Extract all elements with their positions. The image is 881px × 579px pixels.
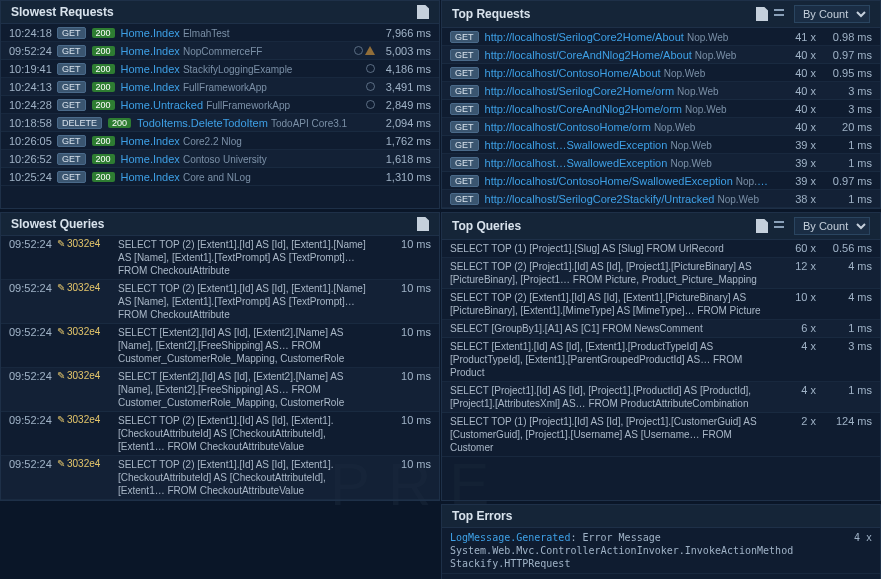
- request-row[interactable]: GEThttp://localhost/ContosoHome/orm Nop.…: [442, 118, 880, 136]
- time-cell: 10:24:18: [9, 27, 51, 39]
- duration-cell: 2,094 ms: [381, 117, 431, 129]
- sql-text: SELECT [GroupBy1].[A1] AS [C1] FROM News…: [450, 322, 776, 335]
- panel-top-errors: Top Errors 4 xLogMessage.Generated: Erro…: [441, 504, 881, 579]
- request-row[interactable]: 10:26:52GET200Home.Index Contoso Univers…: [1, 150, 439, 168]
- commit-hash[interactable]: 3032e4: [57, 238, 112, 249]
- request-row[interactable]: 10:19:41GET200Home.Index StackifyLogging…: [1, 60, 439, 78]
- request-link[interactable]: Home.Index FullFrameworkApp: [121, 81, 360, 93]
- document-icon[interactable]: [756, 219, 768, 233]
- sort-icon[interactable]: [774, 221, 788, 231]
- commit-hash[interactable]: 3032e4: [57, 282, 112, 293]
- query-row[interactable]: SELECT [GroupBy1].[A1] AS [C1] FROM News…: [442, 320, 880, 338]
- http-method-badge: GET: [450, 121, 479, 133]
- request-row[interactable]: GEThttp://localhost/SerilogCore2Home/Abo…: [442, 28, 880, 46]
- count-cell: 4 x: [782, 340, 816, 352]
- query-row[interactable]: 09:52:243032e4SELECT TOP (2) [Extent1].[…: [1, 456, 439, 500]
- time-cell: 10:26:52: [9, 153, 51, 165]
- document-icon[interactable]: [417, 5, 429, 19]
- request-link[interactable]: http://localhost…SwallowedException Nop.…: [485, 157, 776, 169]
- request-row[interactable]: 10:25:24GET200Home.Index Core and NLog1,…: [1, 168, 439, 186]
- error-row[interactable]: 4 xLogMessage.Generated: Error MessageSy…: [442, 528, 880, 574]
- request-link[interactable]: http://localhost/SerilogCore2Home/About …: [485, 31, 776, 43]
- time-cell: 10:18:58: [9, 117, 51, 129]
- request-link[interactable]: http://localhost/SerilogCore2Home/orm No…: [485, 85, 776, 97]
- duration-cell: 124 ms: [822, 415, 872, 427]
- status-badge: 200: [92, 82, 115, 92]
- request-row[interactable]: GEThttp://localhost/CoreAndNlog2Home/orm…: [442, 100, 880, 118]
- sort-select[interactable]: By Count: [794, 5, 870, 23]
- request-row[interactable]: GEThttp://localhost/ContosoHome/About No…: [442, 64, 880, 82]
- commit-hash[interactable]: 3032e4: [57, 326, 112, 337]
- http-method-badge: GET: [450, 85, 479, 97]
- request-row[interactable]: GEThttp://localhost/SerilogCore2Home/orm…: [442, 82, 880, 100]
- request-link[interactable]: Home.Index Core2.2 Nlog: [121, 135, 369, 147]
- request-row[interactable]: GEThttp://localhost…SwallowedException N…: [442, 154, 880, 172]
- request-row[interactable]: 10:26:05GET200Home.Index Core2.2 Nlog1,7…: [1, 132, 439, 150]
- query-row[interactable]: SELECT TOP (2) [Extent1].[Id] AS [Id], […: [442, 289, 880, 320]
- request-link[interactable]: Home.Index ElmahTest: [121, 27, 369, 39]
- request-link[interactable]: http://localhost/SerilogCore2Stackify/Un…: [485, 193, 776, 205]
- request-link[interactable]: http://localhost…SwallowedException Nop.…: [485, 139, 776, 151]
- commit-hash[interactable]: 3032e4: [57, 458, 112, 469]
- duration-cell: 4,186 ms: [381, 63, 431, 75]
- row-icons: [354, 46, 375, 55]
- query-row[interactable]: SELECT TOP (2) [Project1].[Id] AS [Id], …: [442, 258, 880, 289]
- query-row[interactable]: SELECT [Extent1].[Id] AS [Id], [Extent1]…: [442, 338, 880, 382]
- time-cell: 09:52:24: [9, 238, 51, 250]
- http-method-badge: GET: [57, 27, 86, 39]
- sql-text: SELECT TOP (2) [Project1].[Id] AS [Id], …: [450, 260, 776, 286]
- request-row[interactable]: GEThttp://localhost/ContosoHome/Swallowe…: [442, 172, 880, 190]
- duration-cell: 20 ms: [822, 121, 872, 133]
- query-row[interactable]: 09:52:243032e4SELECT TOP (2) [Extent1].[…: [1, 236, 439, 280]
- duration-cell: 10 ms: [381, 326, 431, 338]
- request-link[interactable]: Home.Untracked FullFrameworkApp: [121, 99, 360, 111]
- document-icon[interactable]: [417, 217, 429, 231]
- time-cell: 09:52:24: [9, 45, 51, 57]
- request-row[interactable]: 10:24:28GET200Home.Untracked FullFramewo…: [1, 96, 439, 114]
- duration-cell: 0.97 ms: [822, 175, 872, 187]
- request-link[interactable]: http://localhost/CoreAndNlog2Home/orm No…: [485, 103, 776, 115]
- duration-cell: 1 ms: [822, 193, 872, 205]
- query-row[interactable]: SELECT TOP (1) [Project1].[Id] AS [Id], …: [442, 413, 880, 457]
- http-method-badge: GET: [450, 103, 479, 115]
- request-link[interactable]: http://localhost/ContosoHome/orm Nop.Web: [485, 121, 776, 133]
- sql-text: SELECT TOP (1) [Project1].[Id] AS [Id], …: [450, 415, 776, 454]
- count-cell: 4 x: [854, 531, 872, 544]
- count-cell: 40 x: [782, 103, 816, 115]
- count-cell: 40 x: [782, 85, 816, 97]
- request-link[interactable]: http://localhost/ContosoHome/About Nop.W…: [485, 67, 776, 79]
- http-method-badge: GET: [57, 99, 86, 111]
- error-row[interactable]: 3 xStackifyLib.StringException: Error Me…: [442, 574, 880, 579]
- request-link[interactable]: Home.Index Core and NLog: [121, 171, 369, 183]
- request-row[interactable]: 09:52:24GET200Home.Index NopCommerceFF5,…: [1, 42, 439, 60]
- request-link[interactable]: Home.Index NopCommerceFF: [121, 45, 348, 57]
- query-row[interactable]: SELECT TOP (1) [Project1].[Slug] AS [Slu…: [442, 240, 880, 258]
- request-row[interactable]: GEThttp://localhost/SerilogCore2Stackify…: [442, 190, 880, 208]
- query-row[interactable]: 09:52:243032e4SELECT [Extent2].[Id] AS […: [1, 368, 439, 412]
- request-row[interactable]: 10:24:18GET200Home.Index ElmahTest7,966 …: [1, 24, 439, 42]
- request-row[interactable]: GEThttp://localhost/CoreAndNlog2Home/Abo…: [442, 46, 880, 64]
- duration-cell: 10 ms: [381, 458, 431, 470]
- sort-select[interactable]: By Count: [794, 217, 870, 235]
- commit-hash[interactable]: 3032e4: [57, 414, 112, 425]
- request-row[interactable]: 10:24:13GET200Home.Index FullFrameworkAp…: [1, 78, 439, 96]
- count-cell: 12 x: [782, 260, 816, 272]
- query-row[interactable]: 09:52:243032e4SELECT TOP (2) [Extent1].[…: [1, 280, 439, 324]
- request-row[interactable]: 10:18:58DELETE200TodoItems.DeleteTodoIte…: [1, 114, 439, 132]
- query-row[interactable]: 09:52:243032e4SELECT TOP (2) [Extent1].[…: [1, 412, 439, 456]
- time-cell: 10:24:28: [9, 99, 51, 111]
- sort-icon[interactable]: [774, 9, 788, 19]
- request-link[interactable]: Home.Index StackifyLoggingExample: [121, 63, 360, 75]
- time-cell: 10:24:13: [9, 81, 51, 93]
- request-link[interactable]: Home.Index Contoso University: [121, 153, 369, 165]
- request-row[interactable]: GEThttp://localhost…SwallowedException N…: [442, 136, 880, 154]
- duration-cell: 4 ms: [822, 291, 872, 303]
- query-row[interactable]: SELECT [Project1].[Id] AS [Id], [Project…: [442, 382, 880, 413]
- commit-hash[interactable]: 3032e4: [57, 370, 112, 381]
- duration-cell: 10 ms: [381, 414, 431, 426]
- request-link[interactable]: TodoItems.DeleteTodoItem TodoAPI Core3.1: [137, 117, 369, 129]
- request-link[interactable]: http://localhost/ContosoHome/SwallowedEx…: [485, 175, 776, 187]
- document-icon[interactable]: [756, 7, 768, 21]
- query-row[interactable]: 09:52:243032e4SELECT [Extent2].[Id] AS […: [1, 324, 439, 368]
- request-link[interactable]: http://localhost/CoreAndNlog2Home/About …: [485, 49, 776, 61]
